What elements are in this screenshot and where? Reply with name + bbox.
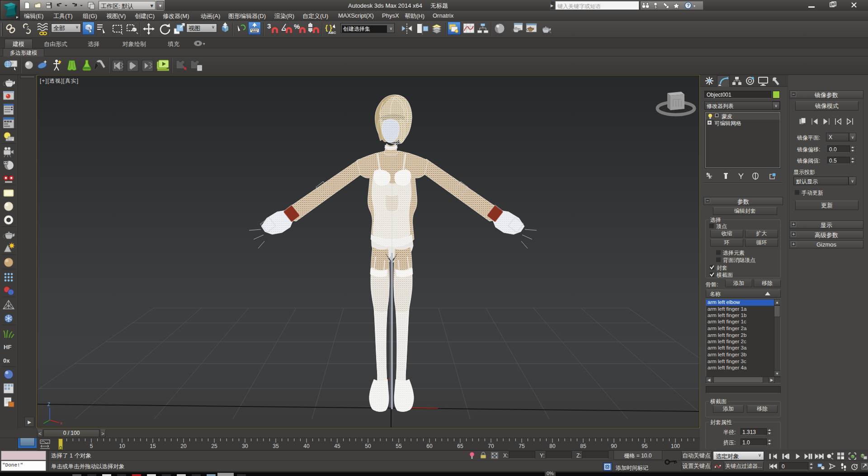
svg-text:75: 75	[519, 443, 525, 449]
svg-text:25: 25	[211, 443, 217, 449]
svg-text:ABC: ABC	[328, 31, 336, 35]
svg-text:30: 30	[242, 443, 248, 449]
svg-text:15: 15	[150, 443, 156, 449]
svg-text:70: 70	[488, 443, 494, 449]
svg-text:95: 95	[642, 443, 648, 449]
svg-text:65: 65	[457, 443, 463, 449]
svg-text:80: 80	[549, 443, 556, 449]
svg-text:85: 85	[580, 443, 586, 449]
svg-text:Z: Z	[47, 402, 50, 407]
svg-text:3: 3	[267, 22, 271, 30]
svg-text:20: 20	[180, 443, 187, 449]
svg-text:35: 35	[273, 443, 279, 449]
svg-text:0x: 0x	[3, 357, 10, 364]
svg-text:10: 10	[119, 443, 125, 449]
svg-text:x: x	[60, 421, 62, 425]
svg-text:▾: ▾	[203, 42, 205, 46]
svg-text:?: ?	[687, 3, 690, 8]
svg-text:%: %	[294, 23, 300, 30]
svg-text:HF: HF	[4, 344, 11, 350]
svg-text:50: 50	[365, 443, 371, 449]
svg-text:45: 45	[334, 443, 340, 449]
svg-text:100: 100	[671, 443, 680, 449]
svg-text:5: 5	[90, 443, 93, 449]
svg-text:90: 90	[611, 443, 617, 449]
svg-text:40: 40	[303, 443, 310, 449]
svg-text:60: 60	[426, 443, 433, 449]
svg-text:▾: ▾	[693, 4, 695, 8]
svg-text:55: 55	[396, 443, 402, 449]
